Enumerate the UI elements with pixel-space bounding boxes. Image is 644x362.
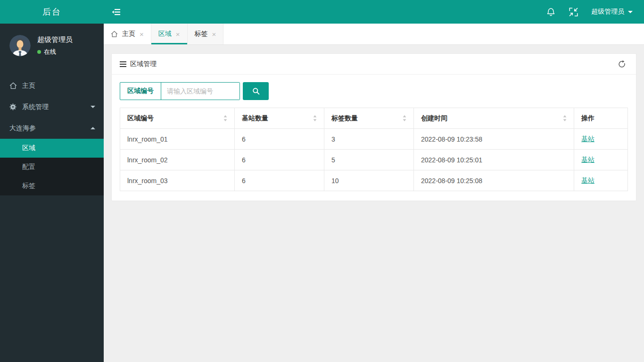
cell-station-count: 6 [235, 129, 324, 150]
content-area: 主页 × 区域 × 标签 × 区域管理 [104, 24, 644, 362]
tab-label: 主页 [122, 30, 135, 38]
compress-icon [569, 8, 578, 17]
tab-area[interactable]: 区域 × [151, 24, 188, 44]
sidebar-item-label: 主页 [22, 82, 95, 90]
panel-body: 区域编号 [112, 75, 636, 201]
sidebar-item-label: 配置 [22, 163, 35, 171]
cell-area-code: lnrx_room_02 [120, 150, 235, 170]
search-form: 区域编号 [120, 82, 628, 100]
panel-header: 区域管理 [112, 54, 636, 75]
column-header-area-code[interactable]: 区域编号 [120, 108, 235, 129]
cell-tag-count: 3 [324, 129, 414, 150]
avatar [9, 35, 31, 56]
table-row: lnrx_room_02 6 5 2022-08-09 10:25:01 基站 [120, 150, 628, 170]
sidebar: 超级管理员 在线 主页 [0, 24, 104, 362]
sort-icon[interactable] [563, 115, 567, 121]
user-dropdown-label: 超级管理员 [591, 8, 624, 16]
hamburger-icon[interactable] [120, 61, 126, 67]
cell-created-time: 2022-08-09 10:25:08 [414, 170, 574, 191]
chevron-up-icon [91, 127, 95, 129]
user-dropdown[interactable]: 超级管理员 [585, 0, 644, 24]
search-button[interactable] [243, 82, 269, 100]
close-icon[interactable]: × [212, 31, 216, 38]
cell-area-code: lnrx_room_03 [120, 170, 235, 191]
tab-label: 标签 [195, 30, 208, 38]
outdent-icon [112, 8, 121, 16]
search-icon [252, 87, 260, 95]
column-header-actions: 操作 [574, 108, 628, 129]
area-table: 区域编号 基站数量 标签数量 [120, 108, 628, 191]
online-status-label: 在线 [44, 48, 56, 56]
user-status: 在线 [37, 48, 73, 56]
search-field-label: 区域编号 [120, 83, 161, 100]
sidebar-user-panel: 超级管理员 在线 [0, 24, 104, 61]
cell-area-code: lnrx_room_01 [120, 129, 235, 150]
column-header-created-time[interactable]: 创建时间 [414, 108, 574, 129]
sidebar-toggle-button[interactable] [104, 0, 128, 24]
sidebar-item-area[interactable]: 区域 [0, 139, 104, 158]
column-header-station-count[interactable]: 基站数量 [235, 108, 324, 129]
refresh-button[interactable] [616, 58, 628, 70]
navbar: 超级管理员 [104, 0, 644, 24]
sort-icon[interactable] [223, 115, 227, 121]
home-icon [111, 31, 118, 37]
gear-icon [9, 103, 17, 110]
panel-title: 区域管理 [130, 60, 157, 68]
tab-home[interactable]: 主页 × [104, 24, 151, 44]
user-name: 超级管理员 [37, 35, 73, 44]
sidebar-item-config[interactable]: 配置 [0, 158, 104, 177]
cell-created-time: 2022-08-09 10:23:58 [414, 129, 574, 150]
sidebar-submenu: 区域 配置 标签 [0, 139, 104, 195]
station-link[interactable]: 基站 [581, 177, 594, 184]
chevron-down-icon [91, 106, 95, 108]
cell-station-count: 6 [235, 150, 324, 170]
cell-created-time: 2022-08-09 10:25:01 [414, 150, 574, 170]
sidebar-item-dalian-haishen[interactable]: 大连海参 [0, 118, 104, 139]
top-header: 后台 [0, 0, 644, 24]
online-dot-icon [37, 50, 41, 54]
notifications-button[interactable] [539, 0, 562, 24]
cell-station-count: 6 [235, 170, 324, 191]
table-row: lnrx_room_03 6 10 2022-08-09 10:25:08 基站 [120, 170, 628, 191]
home-icon [9, 82, 17, 89]
close-icon[interactable]: × [176, 31, 180, 38]
sidebar-item-label: 区域 [22, 144, 35, 152]
user-info: 超级管理员 在线 [37, 35, 73, 56]
bell-icon [546, 8, 555, 17]
sidebar-item-label: 系统管理 [22, 103, 91, 111]
work-area: 区域管理 区域编号 [104, 45, 644, 362]
sidebar-menu: 主页 系统管理 [0, 75, 104, 195]
sidebar-item-tags[interactable]: 标签 [0, 177, 104, 195]
column-header-tag-count[interactable]: 标签数量 [324, 108, 414, 129]
sort-icon[interactable] [313, 115, 317, 121]
station-link[interactable]: 基站 [581, 156, 594, 163]
chevron-down-icon [628, 11, 633, 13]
tab-bar: 主页 × 区域 × 标签 × [104, 24, 644, 45]
brand-logo[interactable]: 后台 [0, 0, 104, 24]
sidebar-item-label: 标签 [22, 182, 35, 190]
cell-tag-count: 10 [324, 170, 414, 191]
close-icon[interactable]: × [140, 31, 144, 38]
tab-tags[interactable]: 标签 × [188, 24, 224, 44]
tab-label: 区域 [158, 30, 172, 38]
table-header-row: 区域编号 基站数量 标签数量 [120, 108, 628, 129]
station-link[interactable]: 基站 [581, 135, 594, 143]
search-input-group: 区域编号 [120, 82, 240, 100]
sidebar-item-home[interactable]: 主页 [0, 75, 104, 96]
exit-fullscreen-button[interactable] [562, 0, 585, 24]
area-management-panel: 区域管理 区域编号 [111, 53, 636, 201]
sort-icon[interactable] [403, 115, 406, 121]
area-code-input[interactable] [161, 83, 239, 100]
sidebar-item-label: 大连海参 [9, 124, 91, 133]
sidebar-item-system-management[interactable]: 系统管理 [0, 96, 104, 118]
table-row: lnrx_room_01 6 3 2022-08-09 10:23:58 基站 [120, 129, 628, 150]
cell-tag-count: 5 [324, 150, 414, 170]
